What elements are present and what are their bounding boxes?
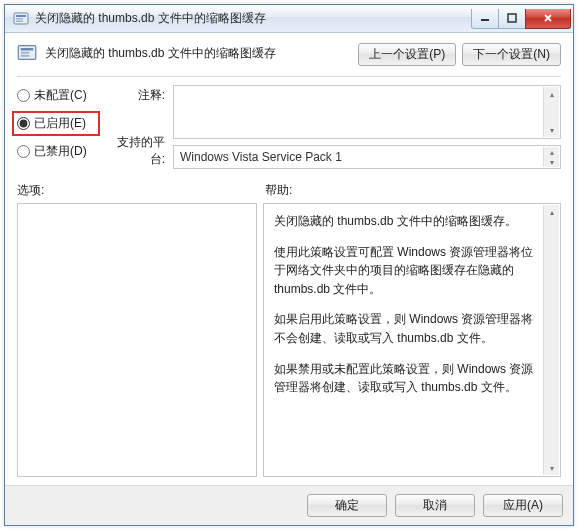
radio-enabled-input[interactable] (17, 117, 30, 130)
svg-rect-1 (16, 15, 26, 17)
window-title: 关闭隐藏的 thumbs.db 文件中的缩略图缓存 (35, 10, 472, 27)
help-paragraph: 如果禁用或未配置此策略设置，则 Windows 资源管理器将创建、读取或写入 t… (274, 360, 538, 397)
page-title: 关闭隐藏的 thumbs.db 文件中的缩略图缓存 (45, 45, 276, 62)
scrollbar[interactable]: ▴ ▾ (543, 205, 559, 475)
svg-rect-4 (481, 19, 489, 21)
radio-enabled[interactable]: 已启用(E) (15, 114, 97, 133)
maximize-button[interactable] (498, 9, 526, 29)
help-label: 帮助: (265, 182, 292, 199)
scroll-up-icon[interactable]: ▴ (544, 87, 559, 101)
scroll-down-icon[interactable]: ▾ (544, 157, 559, 167)
window-controls (472, 9, 571, 29)
help-paragraph: 使用此策略设置可配置 Windows 资源管理器将位于网络文件夹中的项目的缩略图… (274, 243, 538, 299)
close-button[interactable] (525, 9, 571, 29)
scroll-down-icon[interactable]: ▾ (544, 461, 559, 475)
comment-textarea[interactable]: ▴ ▾ (173, 85, 561, 139)
minimize-button[interactable] (471, 9, 499, 29)
radio-enabled-label: 已启用(E) (34, 115, 86, 132)
options-label: 选项: (17, 182, 265, 199)
svg-rect-7 (21, 48, 34, 51)
ok-button[interactable]: 确定 (307, 494, 387, 517)
dialog-window: 关闭隐藏的 thumbs.db 文件中的缩略图缓存 关闭隐藏的 thumbs.d… (4, 4, 574, 526)
help-paragraph: 如果启用此策略设置，则 Windows 资源管理器将不会创建、读取或写入 thu… (274, 310, 538, 347)
policy-icon (17, 43, 37, 63)
separator (17, 76, 561, 77)
radio-not-configured[interactable]: 未配置(C) (17, 87, 97, 104)
svg-rect-3 (16, 20, 23, 22)
svg-rect-8 (21, 52, 30, 54)
svg-rect-9 (21, 55, 30, 57)
radio-disabled-input[interactable] (17, 145, 30, 158)
radio-not-configured-label: 未配置(C) (34, 87, 87, 104)
scrollbar[interactable]: ▴ ▾ (543, 87, 559, 137)
platform-label: 支持的平台: (105, 134, 165, 168)
scroll-up-icon[interactable]: ▴ (544, 147, 559, 157)
comment-label: 注释: (105, 87, 165, 104)
dialog-footer: 确定 取消 应用(A) (5, 485, 573, 525)
scroll-down-icon[interactable]: ▾ (544, 123, 559, 137)
radio-not-configured-input[interactable] (17, 89, 30, 102)
titlebar[interactable]: 关闭隐藏的 thumbs.db 文件中的缩略图缓存 (5, 5, 573, 33)
content-area: 关闭隐藏的 thumbs.db 文件中的缩略图缓存 上一个设置(P) 下一个设置… (5, 33, 573, 485)
help-text: 关闭隐藏的 thumbs.db 文件中的缩略图缓存。 使用此策略设置可配置 Wi… (274, 212, 538, 397)
state-radio-group: 未配置(C) 已启用(E) 已禁用(D) (17, 85, 97, 170)
svg-rect-5 (508, 14, 516, 22)
policy-icon (13, 11, 29, 27)
svg-rect-2 (16, 18, 23, 20)
radio-disabled-label: 已禁用(D) (34, 143, 87, 160)
supported-platform-value: Windows Vista Service Pack 1 (180, 150, 342, 164)
apply-button[interactable]: 应用(A) (483, 494, 563, 517)
next-setting-button[interactable]: 下一个设置(N) (462, 43, 561, 66)
radio-disabled[interactable]: 已禁用(D) (17, 143, 97, 160)
help-paragraph: 关闭隐藏的 thumbs.db 文件中的缩略图缓存。 (274, 212, 538, 231)
previous-setting-button[interactable]: 上一个设置(P) (358, 43, 456, 66)
supported-platform-field: Windows Vista Service Pack 1 ▴ ▾ (173, 145, 561, 169)
help-panel: 关闭隐藏的 thumbs.db 文件中的缩略图缓存。 使用此策略设置可配置 Wi… (263, 203, 561, 477)
cancel-button[interactable]: 取消 (395, 494, 475, 517)
scroll-up-icon[interactable]: ▴ (544, 205, 559, 219)
options-panel (17, 203, 257, 477)
scrollbar[interactable]: ▴ ▾ (543, 147, 559, 167)
